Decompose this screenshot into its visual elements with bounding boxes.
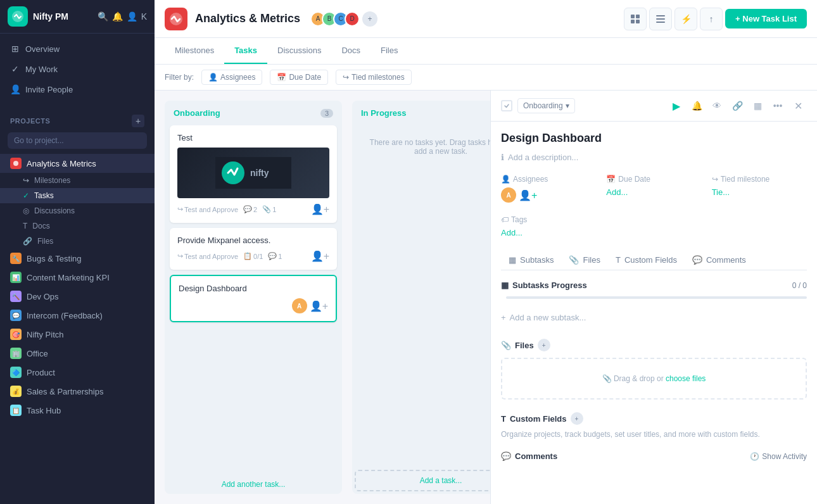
column-header-in-progress: In Progress	[352, 101, 490, 125]
project-item-bugs[interactable]: 🔧 Bugs & Testing	[0, 249, 155, 268]
filter-due-date[interactable]: 📅 Due Date	[270, 70, 328, 85]
docs-icon: T	[23, 222, 27, 230]
upload-button[interactable]: ↑	[700, 8, 723, 30]
tab-discussions[interactable]: Discussions	[267, 38, 331, 64]
files-section: 📎 Files + 📎 Drag & drop or choose files	[501, 339, 807, 400]
task-close-button[interactable]: ✕	[789, 97, 807, 115]
subtasks-title: ▦ Subtasks Progress	[501, 280, 587, 290]
user-avatar-icon[interactable]: 👤	[127, 11, 137, 22]
task-content-tabs: ▦ Subtasks 📎 Files T Custom Fields 💬 Com…	[501, 250, 807, 270]
card-label-mixpanel: ↪ Test and Approve	[177, 252, 238, 260]
choose-files-link[interactable]: choose files	[666, 374, 706, 383]
files-add-button[interactable]: +	[538, 339, 550, 351]
card-title-mixpanel: Provide Mixpanel access.	[177, 236, 329, 245]
new-task-list-button[interactable]: + New Task List	[725, 9, 807, 28]
card-assign-design[interactable]: 👤+	[310, 300, 328, 312]
search-icon[interactable]: 🔍	[98, 11, 108, 22]
project-search[interactable]: Go to project...	[8, 132, 147, 149]
sidebar-sub-docs[interactable]: T Docs	[0, 218, 155, 234]
task-checkbox[interactable]	[501, 100, 512, 111]
project-item-nifty-pitch[interactable]: 🎯 Nifty Pitch	[0, 325, 155, 344]
lightning-button[interactable]: ⚡	[674, 8, 697, 30]
add-assignee-button[interactable]: 👤+	[519, 189, 537, 201]
collapse-icon[interactable]: K	[141, 11, 147, 22]
files-drop-zone[interactable]: 📎 Drag & drop or choose files	[501, 358, 807, 400]
notification-icon[interactable]: 🔔	[112, 11, 123, 22]
sidebar-item-overview[interactable]: ⊞ Overview	[0, 39, 155, 59]
card-assign-test[interactable]: 👤+	[311, 203, 329, 215]
card-meta-mixpanel: ↪ Test and Approve 📋 0/1 💬 1	[177, 252, 282, 260]
task-play-button[interactable]: ▶	[668, 97, 685, 115]
kanban-card-test[interactable]: Test nifty	[170, 125, 337, 223]
show-activity-button[interactable]: 🕐 Show Activity	[750, 452, 807, 461]
sidebar-item-invite-people[interactable]: 👤 Invite People	[0, 79, 155, 99]
topbar-project-name: Analytics & Metrics	[195, 12, 300, 25]
card-assign-mixpanel[interactable]: 👤+	[311, 250, 329, 262]
task-table-button[interactable]: ▦	[749, 97, 766, 115]
sidebar-sub-tasks[interactable]: ✓ Tasks	[0, 188, 155, 203]
subtasks-progress-bar-row	[501, 296, 807, 299]
task-meta-grid: 👤 Assignees A 👤+ 📅 Due Date	[501, 175, 807, 203]
kanban-card-mixpanel[interactable]: Provide Mixpanel access. ↪ Test and Appr…	[170, 228, 337, 270]
add-project-button[interactable]: +	[132, 115, 144, 127]
card-footer-test: ↪ Test and Approve 💬 2 📎 1	[177, 203, 329, 215]
project-label-sales: Sales & Partnerships	[27, 387, 103, 396]
sidebar-sub-milestones[interactable]: ↪ Milestones	[0, 173, 155, 188]
project-item-content[interactable]: 📊 Content Marketing KPI	[0, 268, 155, 287]
task-tab-custom-fields[interactable]: T Custom Fields	[608, 250, 685, 270]
grid-view-button[interactable]	[624, 8, 647, 30]
tab-tasks[interactable]: Tasks	[224, 38, 267, 64]
project-item-task-hub[interactable]: 📋 Task Hub	[0, 401, 155, 420]
filter-assignees[interactable]: 👤 Assignees	[201, 70, 262, 85]
card-title-test: Test	[177, 133, 329, 142]
files-tab-icon: 📎	[569, 255, 579, 265]
project-avatar	[165, 8, 187, 30]
due-date-value[interactable]: Add...	[606, 187, 701, 197]
project-label-analytics: Analytics & Metrics	[27, 159, 96, 168]
kanban-card-design-dashboard[interactable]: Design Dashboard A 👤+	[170, 275, 337, 322]
sidebar-item-my-work[interactable]: ✓ My Work	[0, 59, 155, 79]
task-detail-panel: Onboarding ▾ ▶ 🔔 👁 🔗 ▦ ••• ✕ Design Dash…	[490, 91, 817, 504]
project-item-intercom[interactable]: 💬 Intercom (Feedback)	[0, 306, 155, 325]
assignees-value: A 👤+	[501, 187, 596, 203]
project-icon-bugs: 🔧	[10, 253, 22, 264]
activity-icon: 🕐	[750, 452, 759, 461]
project-label-office: Office	[27, 349, 48, 358]
tab-milestones[interactable]: Milestones	[165, 38, 224, 64]
task-status-button[interactable]: Onboarding ▾	[517, 98, 575, 113]
sidebar-sub-discussions[interactable]: ◎ Discussions	[0, 203, 155, 218]
task-eye-button[interactable]: 👁	[708, 97, 726, 115]
kanban-board: Onboarding 3 Test	[155, 91, 490, 504]
task-notification-button[interactable]: 🔔	[688, 97, 706, 115]
project-item-devops[interactable]: 🔨 Dev Ops	[0, 287, 155, 306]
project-icon-content: 📊	[10, 272, 22, 283]
custom-fields-add-button[interactable]: +	[571, 412, 583, 425]
add-member-button[interactable]: +	[362, 11, 377, 27]
task-tab-files[interactable]: 📎 Files	[561, 250, 607, 270]
task-tab-subtasks[interactable]: ▦ Subtasks	[501, 250, 561, 270]
project-item-product[interactable]: 🔷 Product	[0, 363, 155, 382]
list-view-button[interactable]	[649, 8, 672, 30]
tab-docs[interactable]: Docs	[331, 38, 370, 64]
filter-tied-milestones[interactable]: ↪ Tied milestones	[336, 70, 412, 85]
project-item-analytics[interactable]: Analytics & Metrics	[0, 154, 155, 173]
svg-rect-7	[656, 15, 665, 16]
assignees-icon: 👤	[208, 73, 218, 82]
sidebar-sub-files[interactable]: 🔗 Files	[0, 234, 155, 249]
add-task-button-onboarding[interactable]: Add another task...	[165, 475, 342, 494]
project-item-office[interactable]: 🏢 Office	[0, 344, 155, 363]
tab-files[interactable]: Files	[370, 38, 408, 64]
task-description-placeholder[interactable]: ℹ Add a description...	[501, 153, 807, 162]
member-avatar-4: D	[345, 11, 360, 27]
project-item-sales[interactable]: 💰 Sales & Partnerships	[0, 382, 155, 401]
projects-section-header: PROJECTS +	[0, 110, 155, 130]
milestone-value[interactable]: Tie...	[712, 187, 807, 197]
add-task-button-in-progress[interactable]: Add a task...	[355, 470, 490, 491]
project-icon-product: 🔷	[10, 367, 22, 378]
task-more-button[interactable]: •••	[769, 97, 787, 115]
task-tab-comments[interactable]: 💬 Comments	[685, 250, 754, 270]
add-subtask-button[interactable]: + Add a new subtask...	[501, 309, 807, 326]
task-link-button[interactable]: 🔗	[728, 97, 746, 115]
tags-add-button[interactable]: Add...	[501, 228, 807, 237]
sidebar-item-invite-label: Invite People	[25, 85, 73, 94]
